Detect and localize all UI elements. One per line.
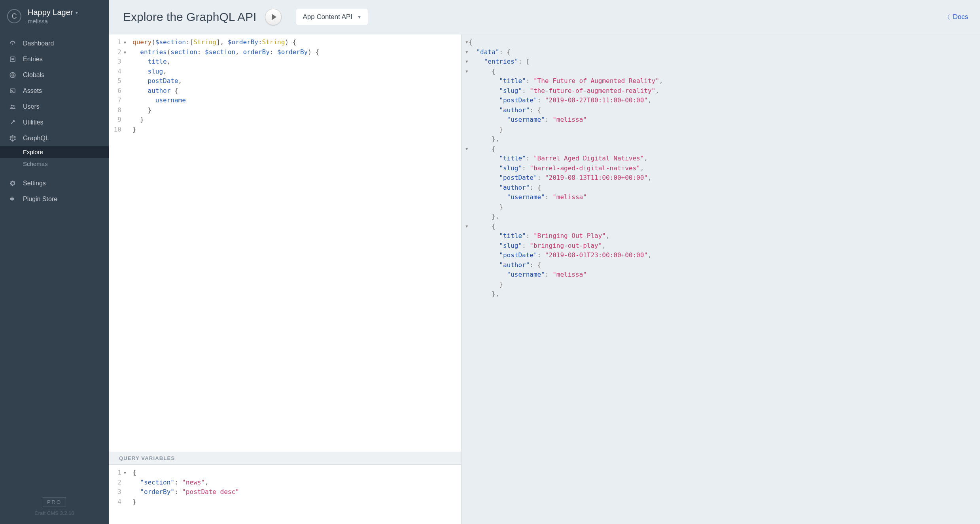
fold-toggle-icon[interactable]: ▼ (462, 38, 469, 47)
query-panel: 1▼2▼345678910 query($section:[String], $… (109, 34, 462, 524)
nav-graphql[interactable]: GraphQL (0, 130, 109, 146)
query-gutter: 1▼2▼345678910 (109, 38, 125, 452)
site-switcher[interactable]: Happy Lager ▾ (28, 8, 78, 17)
svg-point-9 (15, 137, 15, 138)
current-user: melissa (28, 18, 78, 25)
play-icon (272, 14, 276, 20)
caret-down-icon: ▼ (357, 15, 361, 19)
result-json[interactable]: ▼{▼ "data": {▼ "entries": [▼ { "title": … (462, 34, 980, 307)
fold-toggle-icon[interactable]: ▼ (462, 144, 469, 154)
sidebar: C Happy Lager ▾ melissa Dashboard Entrie… (0, 0, 109, 524)
graphiql-panels: 1▼2▼345678910 query($section:[String], $… (109, 34, 980, 524)
chevron-left-icon: 〈 (944, 13, 950, 22)
image-icon (9, 87, 17, 95)
entries-icon (9, 55, 17, 63)
nav-assets-label: Assets (23, 87, 42, 94)
fold-toggle-icon[interactable]: ▼ (462, 57, 469, 67)
variables-code[interactable]: { "section": "news", "orderBy": "postDat… (125, 468, 461, 524)
svg-point-11 (15, 139, 15, 140)
nav-utilities[interactable]: Utilities (0, 115, 109, 130)
site-name-label: Happy Lager (28, 8, 73, 17)
version-label: Craft CMS 3.2.10 (8, 510, 101, 516)
nav-users-label: Users (23, 103, 40, 110)
fold-toggle-icon[interactable]: ▼ (462, 47, 469, 57)
edition-badge: PRO (43, 497, 66, 507)
query-variables-header[interactable]: QUERY VARIABLES (109, 452, 461, 465)
nav-settings[interactable]: Settings (0, 175, 109, 191)
plug-icon (9, 195, 17, 203)
topbar: Explore the GraphQL API App Content API … (109, 0, 980, 34)
svg-point-4 (11, 105, 13, 107)
globe-icon (9, 71, 17, 79)
execute-query-button[interactable] (265, 9, 282, 25)
nav-graphql-label: GraphQL (23, 135, 49, 142)
result-panel: ▼{▼ "data": {▼ "entries": [▼ { "title": … (462, 34, 980, 524)
nav-entries-label: Entries (23, 56, 43, 63)
svg-point-6 (12, 135, 13, 136)
sidebar-footer: PRO Craft CMS 3.2.10 (0, 489, 109, 524)
schema-selector[interactable]: App Content API ▼ (296, 9, 368, 25)
nav-assets[interactable]: Assets (0, 83, 109, 99)
nav-dashboard-label: Dashboard (23, 40, 54, 47)
schema-selector-label: App Content API (303, 13, 352, 21)
nav-users[interactable]: Users (0, 99, 109, 115)
docs-toggle[interactable]: 〈 Docs (944, 13, 968, 22)
svg-point-5 (13, 105, 15, 107)
fold-toggle-icon[interactable]: ▼ (462, 67, 469, 77)
query-editor[interactable]: 1▼2▼345678910 query($section:[String], $… (109, 34, 461, 452)
users-icon (9, 103, 17, 111)
main-content: Explore the GraphQL API App Content API … (109, 0, 980, 524)
page-title: Explore the GraphQL API (123, 10, 256, 24)
dashboard-icon (9, 40, 17, 47)
nav-utilities-label: Utilities (23, 119, 44, 126)
chevron-down-icon: ▾ (76, 10, 78, 15)
nav-graphql-explore[interactable]: Explore (0, 146, 109, 158)
fold-toggle-icon[interactable]: ▼ (124, 48, 126, 58)
nav-plugin-store[interactable]: Plugin Store (0, 191, 109, 207)
variables-gutter: 1▼234 (109, 468, 125, 524)
svg-point-7 (12, 141, 13, 141)
primary-nav: Dashboard Entries Globals Assets Users U… (0, 32, 109, 489)
nav-entries[interactable]: Entries (0, 51, 109, 67)
fold-toggle-icon[interactable]: ▼ (124, 38, 126, 48)
svg-point-3 (11, 90, 12, 90)
nav-globals[interactable]: Globals (0, 67, 109, 83)
nav-globals-label: Globals (23, 72, 44, 79)
fold-toggle-icon[interactable]: ▼ (124, 468, 126, 478)
nav-settings-label: Settings (23, 180, 46, 187)
docs-label: Docs (953, 13, 968, 21)
nav-dashboard[interactable]: Dashboard (0, 36, 109, 51)
variables-editor[interactable]: 1▼234 { "section": "news", "orderBy": "p… (109, 465, 461, 524)
graphql-icon (9, 134, 17, 142)
nav-plugin-store-label: Plugin Store (23, 196, 57, 203)
svg-point-8 (10, 137, 11, 138)
nav-graphql-schemas[interactable]: Schemas (0, 158, 109, 170)
query-code[interactable]: query($section:[String], $orderBy:String… (125, 38, 461, 452)
site-header: C Happy Lager ▾ melissa (0, 0, 109, 32)
gear-icon (9, 179, 17, 187)
svg-point-10 (10, 139, 11, 140)
site-badge: C (7, 9, 21, 23)
fold-toggle-icon[interactable]: ▼ (462, 222, 469, 232)
wrench-icon (9, 119, 17, 126)
